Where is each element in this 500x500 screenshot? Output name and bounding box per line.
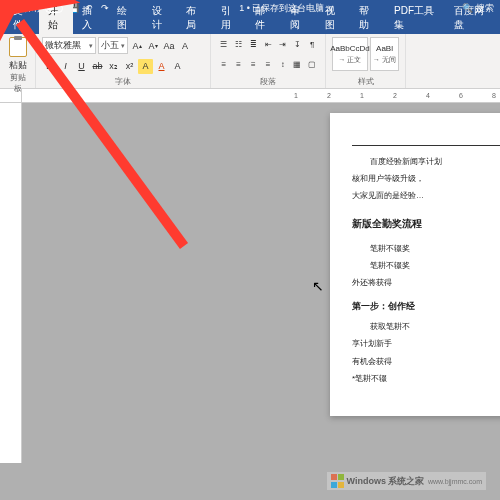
justify-button[interactable]: ≡ bbox=[261, 58, 275, 72]
highlight-button[interactable]: A bbox=[138, 59, 153, 74]
align-left-button[interactable]: ≡ bbox=[217, 58, 231, 72]
strikethrough-button[interactable]: ab bbox=[90, 59, 105, 74]
paste-label: 粘贴 bbox=[9, 59, 27, 72]
tab-insert[interactable]: 插入 bbox=[73, 2, 108, 34]
sort-button[interactable]: ↧ bbox=[291, 37, 305, 51]
body-text: 享计划新手 bbox=[352, 336, 500, 351]
body-text: 核和用户等级升级， bbox=[352, 171, 500, 186]
font-color-button[interactable]: A bbox=[154, 59, 169, 74]
clipboard-group: 粘贴 剪贴板 bbox=[0, 34, 36, 88]
show-marks-button[interactable]: ¶ bbox=[305, 37, 319, 51]
body-text: 获取笔耕不 bbox=[370, 319, 500, 334]
ribbon-tabs: 文件 开始 插入 绘图 设计 布局 引用 邮件 审阅 视图 帮助 PDF工具集 … bbox=[0, 16, 500, 34]
horizontal-ruler[interactable]: 1 2 1 2 4 6 8 bbox=[0, 89, 500, 103]
line-spacing-button[interactable]: ↕ bbox=[276, 58, 290, 72]
tab-file[interactable]: 文件 bbox=[4, 2, 39, 34]
editor-workspace: 百度经验新闻享计划 核和用户等级升级， 大家见面的是经验… 新版全勤奖流程 笔耕… bbox=[0, 103, 500, 463]
font-size-dropdown[interactable]: 小五 ▾ bbox=[98, 37, 128, 54]
align-right-button[interactable]: ≡ bbox=[246, 58, 260, 72]
search-placeholder: 搜索 bbox=[476, 2, 494, 15]
styles-group: AaBbCcDd → 正文 AaBl → 无间 样式 bbox=[326, 34, 406, 88]
grow-font-button[interactable]: A▴ bbox=[130, 39, 144, 53]
body-text: *笔耕不辍 bbox=[352, 371, 500, 386]
paste-icon bbox=[9, 37, 27, 57]
style-preview: AaBl bbox=[376, 44, 393, 53]
vertical-ruler[interactable] bbox=[0, 103, 22, 463]
underline-button[interactable]: U bbox=[74, 59, 89, 74]
subscript-button[interactable]: x₂ bbox=[106, 59, 121, 74]
align-center-button[interactable]: ≡ bbox=[232, 58, 246, 72]
font-name-dropdown[interactable]: 微软雅黑 ▾ bbox=[42, 37, 96, 54]
document-title[interactable]: 1 • 已保存到这台电脑 ∨ bbox=[111, 2, 462, 15]
bold-button[interactable]: B bbox=[42, 59, 57, 74]
body-text: 外还将获得 bbox=[352, 275, 500, 290]
search-box[interactable]: 🔍 搜索 bbox=[462, 2, 494, 15]
watermark-site: 系统之家 bbox=[388, 475, 424, 488]
body-text: 大家见面的是经验… bbox=[352, 188, 500, 203]
heading: 第一步：创作经 bbox=[352, 298, 500, 315]
search-icon: 🔍 bbox=[462, 3, 473, 13]
font-group-label: 字体 bbox=[42, 76, 204, 87]
body-text: 笔耕不辍奖 bbox=[370, 241, 500, 256]
multilevel-list-button[interactable]: ≣ bbox=[246, 37, 260, 51]
style-label: → 无间 bbox=[373, 55, 396, 65]
shading-button[interactable]: ▦ bbox=[291, 58, 305, 72]
windows-logo-icon bbox=[331, 474, 345, 488]
shrink-font-button[interactable]: A▾ bbox=[146, 39, 160, 53]
style-label: → 正文 bbox=[339, 55, 362, 65]
heading: 新版全勤奖流程 bbox=[352, 214, 500, 233]
styles-group-label: 样式 bbox=[332, 76, 399, 87]
increase-indent-button[interactable]: ⇥ bbox=[276, 37, 290, 51]
style-normal[interactable]: AaBbCcDd → 正文 bbox=[332, 37, 368, 71]
superscript-button[interactable]: x² bbox=[122, 59, 137, 74]
style-nospacing[interactable]: AaBl → 无间 bbox=[370, 37, 399, 71]
watermark-url: www.bjjmmc.com bbox=[428, 478, 482, 485]
watermark: Windows 系统之家 www.bjjmmc.com bbox=[327, 472, 486, 490]
borders-button[interactable]: ▢ bbox=[305, 58, 319, 72]
chevron-down-icon: ▾ bbox=[121, 42, 125, 50]
mouse-cursor-icon: ↖ bbox=[312, 278, 324, 294]
bullets-button[interactable]: ☰ bbox=[217, 37, 231, 51]
body-text: 笔耕不辍奖 bbox=[370, 258, 500, 273]
chevron-down-icon: ▾ bbox=[89, 42, 93, 50]
decrease-indent-button[interactable]: ⇤ bbox=[261, 37, 275, 51]
numbering-button[interactable]: ☷ bbox=[232, 37, 246, 51]
document-page[interactable]: 百度经验新闻享计划 核和用户等级升级， 大家见面的是经验… 新版全勤奖流程 笔耕… bbox=[330, 113, 500, 416]
body-text: 有机会获得 bbox=[352, 354, 500, 369]
watermark-brand: Windows bbox=[347, 476, 386, 486]
clear-formatting-button[interactable]: A bbox=[178, 39, 192, 53]
paragraph-group: ☰ ☷ ≣ ⇤ ⇥ ↧ ¶ ≡ ≡ ≡ ≡ ↕ ▦ ▢ 段落 bbox=[211, 34, 326, 88]
paste-button[interactable]: 粘贴 bbox=[6, 37, 29, 72]
paragraph-group-label: 段落 bbox=[217, 76, 319, 87]
font-name-value: 微软雅黑 bbox=[45, 39, 81, 52]
font-group: 微软雅黑 ▾ 小五 ▾ A▴ A▾ Aa A B I U ab x₂ x² A … bbox=[36, 34, 211, 88]
body-text: 百度经验新闻享计划 bbox=[370, 154, 500, 169]
style-preview: AaBbCcDd bbox=[330, 44, 370, 53]
text-effects-button[interactable]: A bbox=[170, 59, 185, 74]
document-canvas[interactable]: 百度经验新闻享计划 核和用户等级升级， 大家见面的是经验… 新版全勤奖流程 笔耕… bbox=[22, 103, 500, 463]
ribbon: 粘贴 剪贴板 微软雅黑 ▾ 小五 ▾ A▴ A▾ Aa A B I U ab x… bbox=[0, 34, 500, 89]
italic-button[interactable]: I bbox=[58, 59, 73, 74]
change-case-button[interactable]: Aa bbox=[162, 39, 176, 53]
font-size-value: 小五 bbox=[101, 39, 119, 52]
toggle-switch-icon bbox=[45, 4, 63, 13]
